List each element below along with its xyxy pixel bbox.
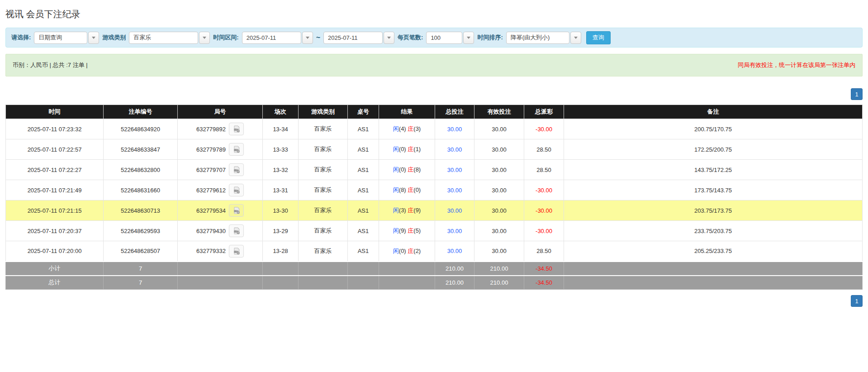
cell-result: 闲(0) 庄(8) xyxy=(379,160,435,180)
video-replay-icon xyxy=(232,227,241,235)
table-row: 2025-07-11 07:22:57522648633847632779789… xyxy=(6,139,863,160)
date-from-dropdown-button[interactable] xyxy=(302,32,313,44)
cell-round-number: 632779430 xyxy=(178,221,263,241)
column-header-6: 结果 xyxy=(379,105,435,119)
cell-session: 13-34 xyxy=(263,119,299,139)
date-from-input[interactable] xyxy=(242,32,301,44)
video-replay-button[interactable] xyxy=(229,163,244,176)
date-to-dropdown-button[interactable] xyxy=(384,32,394,44)
pagination-bottom: 1 xyxy=(5,295,863,307)
cell-time: 2025-07-11 07:23:32 xyxy=(6,119,104,139)
query-type-input[interactable] xyxy=(34,32,87,44)
cell-result: 闲(0) 庄(1) xyxy=(379,139,435,160)
round-number-text: 632779430 xyxy=(196,228,226,234)
column-header-2: 局号 xyxy=(178,105,263,119)
cell-session: 13-32 xyxy=(263,160,299,180)
video-replay-button[interactable] xyxy=(229,184,244,196)
result-banker-count: (9) xyxy=(413,207,421,214)
result-banker-count: (5) xyxy=(413,227,421,234)
summary-label: 总计 xyxy=(6,276,104,290)
valid-bet-notice-text: 同局有效投注，统一计算在该局第一张注单内 xyxy=(738,61,855,69)
cell-session: 13-30 xyxy=(263,200,299,221)
game-category-input[interactable] xyxy=(129,32,198,44)
total-bet-link[interactable]: 30.00 xyxy=(447,146,462,153)
time-sort-input[interactable] xyxy=(506,32,569,44)
pagination-page-button[interactable]: 1 xyxy=(851,88,863,100)
time-sort-dropdown-button[interactable] xyxy=(570,32,581,44)
cell-total-bet: 30.00 xyxy=(435,241,474,262)
cell-session: 13-29 xyxy=(263,221,299,241)
round-number-text: 632779332 xyxy=(196,248,226,254)
total-bet-link[interactable]: 30.00 xyxy=(447,187,462,194)
result-player-count: (9) xyxy=(399,227,408,234)
pagination-page-button[interactable]: 1 xyxy=(851,295,863,307)
cell-valid-bet: 30.00 xyxy=(474,241,524,262)
result-banker-label: 庄 xyxy=(408,125,413,132)
result-banker-count: (2) xyxy=(413,248,421,254)
video-replay-icon xyxy=(232,206,241,215)
table-row: 2025-07-11 07:21:15522648630713632779534… xyxy=(6,200,863,221)
time-sort-label: 时间排序: xyxy=(477,33,503,42)
result-player-count: (0) xyxy=(399,166,408,173)
result-player-label: 闲 xyxy=(393,186,399,193)
video-replay-button[interactable] xyxy=(229,123,244,135)
date-range-tilde: ~ xyxy=(316,33,320,42)
cell-table-number: AS1 xyxy=(348,119,379,139)
cell-total-bet: 30.00 xyxy=(435,180,474,200)
result-player-label: 闲 xyxy=(393,125,399,132)
page-size-input[interactable] xyxy=(426,32,462,44)
query-type-dropdown-button[interactable] xyxy=(88,32,99,44)
summary-empty-cell xyxy=(178,276,263,290)
video-replay-button[interactable] xyxy=(229,143,244,156)
filter-bar: 请选择: 游戏类别 时间区间: ~ 每页笔数: 时间排序: xyxy=(5,28,863,48)
cell-table-number: AS1 xyxy=(348,160,379,180)
total-bet-link[interactable]: 30.00 xyxy=(447,167,462,173)
date-to-input[interactable] xyxy=(323,32,383,44)
cell-payout: -30.00 xyxy=(524,119,564,139)
date-from-combo xyxy=(242,32,313,44)
summary-empty-cell xyxy=(263,276,299,290)
cell-payout: -30.00 xyxy=(524,180,564,200)
cell-round-number: 632779707 xyxy=(178,160,263,180)
result-banker-label: 庄 xyxy=(408,166,413,173)
cell-bet-number: 522648634920 xyxy=(104,119,178,139)
total-bet-link[interactable]: 30.00 xyxy=(447,126,462,133)
summary-info-bar: 币别：人民币 | 总共 :7 注单 | 同局有效投注，统一计算在该局第一张注单内 xyxy=(5,54,863,76)
cell-session: 13-28 xyxy=(263,241,299,262)
video-replay-button[interactable] xyxy=(229,204,244,217)
chevron-down-icon xyxy=(306,37,309,39)
round-number-text: 632779612 xyxy=(196,187,226,194)
game-category-dropdown-button[interactable] xyxy=(199,32,210,44)
result-banker-label: 庄 xyxy=(408,146,413,153)
table-row: 2025-07-11 07:23:32522648634920632779892… xyxy=(6,119,863,139)
cell-game-category: 百家乐 xyxy=(299,119,348,139)
cell-game-category: 百家乐 xyxy=(299,139,348,160)
column-header-3: 场次 xyxy=(263,105,299,119)
video-replay-icon xyxy=(232,125,241,133)
video-replay-button[interactable] xyxy=(229,245,244,258)
cell-game-category: 百家乐 xyxy=(299,180,348,200)
video-replay-button[interactable] xyxy=(229,224,244,237)
page-size-dropdown-button[interactable] xyxy=(463,32,474,44)
cell-bet-number: 522648631660 xyxy=(104,180,178,200)
game-category-label: 游戏类别 xyxy=(102,33,126,42)
total-bet-link[interactable]: 30.00 xyxy=(447,248,462,254)
cell-remark: 233.75/203.75 xyxy=(564,221,863,241)
total-bet-link[interactable]: 30.00 xyxy=(447,228,462,234)
chevron-down-icon xyxy=(203,37,206,39)
cell-valid-bet: 30.00 xyxy=(474,160,524,180)
cell-time: 2025-07-11 07:22:57 xyxy=(6,139,104,160)
total-bet-link[interactable]: 30.00 xyxy=(447,207,462,214)
round-number-text: 632779534 xyxy=(196,207,226,214)
cell-table-number: AS1 xyxy=(348,200,379,221)
video-replay-icon xyxy=(232,166,241,174)
search-button[interactable]: 查询 xyxy=(586,31,611,44)
summary-empty-cell xyxy=(299,276,348,290)
cell-total-bet: 30.00 xyxy=(435,200,474,221)
cell-bet-number: 522648633847 xyxy=(104,139,178,160)
date-to-combo xyxy=(323,32,394,44)
currency-total-text: 币别：人民币 | 总共 :7 注单 | xyxy=(13,61,88,69)
summary-valid-bet: 210.00 xyxy=(474,262,524,276)
round-number-text: 632779892 xyxy=(196,126,226,133)
summary-empty-cell xyxy=(348,276,379,290)
